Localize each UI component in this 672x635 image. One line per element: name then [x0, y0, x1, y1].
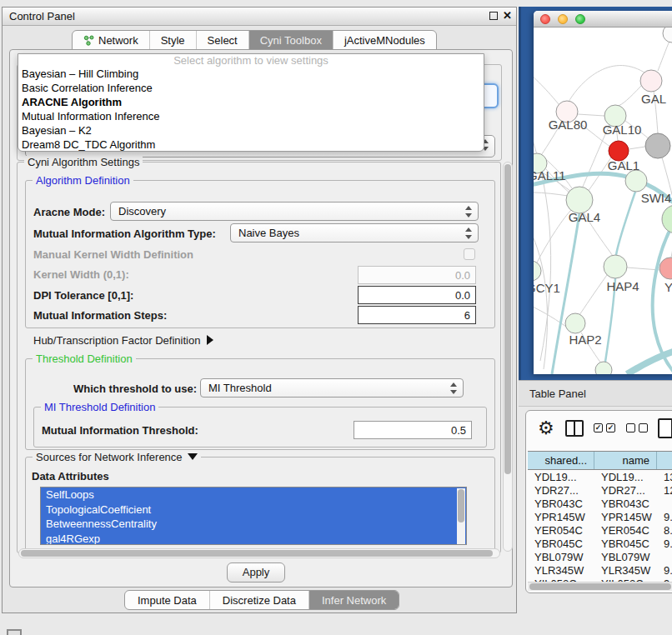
node-hap4[interactable]	[604, 255, 627, 278]
tab-style[interactable]: Style	[150, 31, 197, 49]
column-header-partial[interactable]: A	[657, 452, 672, 469]
tab-discretize-data[interactable]: Discretize Data	[210, 591, 309, 609]
table-row[interactable]: YBL079WYBL079W	[528, 550, 672, 563]
network-icon	[83, 35, 94, 46]
kernel-width-label: Kernel Width (0,1):	[33, 268, 129, 281]
node-unlabeled[interactable]	[595, 362, 612, 374]
hub-definition-label: Hub/Transcription Factor Definition	[33, 334, 200, 347]
mi-steps-field[interactable]: 6	[358, 306, 476, 324]
table-row[interactable]: YLR345WYLR345W9.	[528, 563, 672, 577]
which-threshold-combobox[interactable]: MI Threshold	[200, 378, 464, 398]
tab-cyni-toolbox[interactable]: Cyni Toolbox	[249, 31, 333, 49]
minimize-window-icon[interactable]	[558, 14, 568, 24]
table-horizontal-scrollbar[interactable]	[528, 582, 672, 591]
node-hap2[interactable]	[565, 313, 585, 333]
collapsed-panel-icon[interactable]	[7, 629, 22, 635]
dpi-tolerance-field[interactable]: 0.0	[358, 286, 476, 304]
node-label: HAP2	[569, 332, 601, 347]
sources-group-title[interactable]: Sources for Network Inference	[33, 451, 201, 463]
network-window-titlebar[interactable]	[534, 11, 672, 28]
cyni-algorithm-settings-title: Cyni Algorithm Settings	[24, 156, 143, 168]
table-header-row: shared... name A	[528, 451, 672, 470]
table-row[interactable]: YPR145WYPR145W9.	[528, 510, 672, 523]
checked-checkbox-icon[interactable]: ✓	[606, 423, 615, 432]
mi-algorithm-type-value: Naive Bayes	[238, 227, 299, 239]
node-table: shared... name A YDL19...YDL19...13 YDR2…	[528, 451, 672, 590]
control-panel-titlebar[interactable]: Control Panel ✕	[3, 8, 516, 26]
network-view-window: GAL GAL80 GAL10 GAL1 GAL11 SWI4 GAL4 GCY…	[534, 11, 672, 374]
node-unlabeled[interactable]	[625, 170, 647, 192]
hub-definition-expander[interactable]: Hub/Transcription Factor Definition	[33, 334, 213, 347]
apply-button[interactable]: Apply	[227, 562, 285, 582]
aracne-mode-value: Discovery	[118, 205, 166, 218]
list-item[interactable]: BetweennessCentrality	[41, 517, 466, 532]
node-label: Y	[664, 280, 672, 294]
node-label: GAL1	[608, 158, 639, 172]
threshold-definition-title: Threshold Definition	[33, 352, 136, 365]
expander-arrow-icon	[207, 335, 213, 345]
node-gray[interactable]	[645, 133, 670, 158]
dropdown-prompt: Select algorithm to view settings	[18, 54, 484, 68]
mi-steps-label: Mutual Information Steps:	[33, 309, 167, 322]
aracne-mode-combobox[interactable]: Discovery	[110, 202, 479, 221]
tab-network[interactable]: Network	[73, 31, 150, 49]
dropdown-item[interactable]: Bayesian – K2	[18, 124, 484, 138]
tab-impute-data[interactable]: Impute Data	[125, 591, 210, 609]
algorithm-definition-title: Algorithm Definition	[33, 174, 133, 187]
aracne-mode-label: Aracne Mode:	[33, 206, 105, 218]
dropdown-item[interactable]: Bayesian – Hill Climbing	[18, 68, 484, 82]
dropdown-item[interactable]: Mutual Information Inference	[18, 110, 484, 124]
split-columns-icon[interactable]	[565, 420, 584, 437]
table-row[interactable]: YDR27...YDR27...12	[528, 483, 672, 497]
close-panel-icon[interactable]: ✕	[503, 9, 512, 22]
unchecked-checkbox-icon[interactable]	[626, 423, 635, 432]
table-row[interactable]: YDL19...YDL19...13	[528, 470, 672, 483]
settings-horizontal-scrollbar[interactable]	[18, 548, 500, 558]
table-panel-title: Table Panel	[529, 388, 586, 400]
unchecked-checkbox-icon[interactable]	[639, 423, 648, 432]
tab-select[interactable]: Select	[197, 31, 249, 49]
table-panel-titlebar: Table Panel	[519, 380, 672, 407]
node-swi4[interactable]	[662, 205, 672, 233]
node-label: GAL11	[534, 168, 566, 182]
float-window-icon[interactable]	[489, 12, 498, 20]
list-item[interactable]: SelfLoops	[41, 488, 466, 502]
table-row[interactable]: YBR043CYBR043C	[528, 497, 672, 510]
close-window-icon[interactable]	[540, 14, 550, 24]
mi-threshold-label: Mutual Information Threshold:	[42, 424, 198, 437]
collapse-arrow-icon	[188, 453, 198, 460]
mi-algorithm-type-combobox[interactable]: Naive Bayes	[230, 223, 479, 242]
table-row[interactable]: YER054CYER054C8.	[528, 523, 672, 537]
kernel-width-field[interactable]: 0.0	[358, 266, 476, 284]
dropdown-item[interactable]: Dream8 DC_TDC Algorithm	[18, 138, 484, 152]
tab-jactivemnodules[interactable]: jActiveMNodules	[333, 31, 436, 49]
manual-kernel-width-checkbox[interactable]	[464, 248, 475, 260]
dropdown-item[interactable]: Basic Correlation Inference	[18, 82, 484, 96]
zoom-window-icon[interactable]	[575, 14, 585, 24]
settings-gear-icon[interactable]: ⚙	[538, 418, 554, 439]
node-gal-partial[interactable]	[640, 70, 662, 92]
node-y-partial[interactable]	[659, 258, 672, 279]
node-gcy1[interactable]	[534, 261, 541, 281]
node-unlabeled[interactable]	[663, 28, 672, 42]
dropdown-item-highlighted[interactable]: ARACNE Algorithm	[18, 96, 484, 110]
column-header-name[interactable]: name	[594, 452, 657, 469]
page-icon[interactable]	[658, 418, 672, 438]
column-header-shared-name[interactable]: shared...	[528, 452, 594, 469]
list-scrollbar[interactable]	[457, 488, 465, 545]
network-canvas[interactable]: GAL GAL80 GAL10 GAL1 GAL11 SWI4 GAL4 GCY…	[534, 28, 672, 374]
data-attributes-list[interactable]: SelfLoops TopologicalCoefficient Between…	[40, 487, 467, 545]
combo-stepper-icon	[464, 228, 472, 239]
table-row[interactable]: YBR045CYBR045C9.	[528, 537, 672, 550]
sources-title-label: Sources for Network Inference	[36, 451, 183, 463]
tab-infer-network[interactable]: Infer Network	[309, 591, 399, 609]
checked-checkbox-icon[interactable]: ✓	[594, 423, 603, 432]
dpi-tolerance-label: DPI Tolerance [0,1]:	[33, 289, 133, 302]
list-item[interactable]: TopologicalCoefficient	[41, 502, 466, 518]
node-label: GAL	[641, 92, 666, 106]
list-item[interactable]: gal4RGexp	[41, 532, 466, 546]
tab-discretize-data-label: Discretize Data	[223, 594, 296, 607]
mi-algorithm-type-label: Mutual Information Algorithm Type:	[33, 228, 216, 240]
settings-vertical-scrollbar[interactable]	[503, 162, 513, 552]
mi-threshold-field[interactable]: 0.5	[354, 421, 472, 439]
